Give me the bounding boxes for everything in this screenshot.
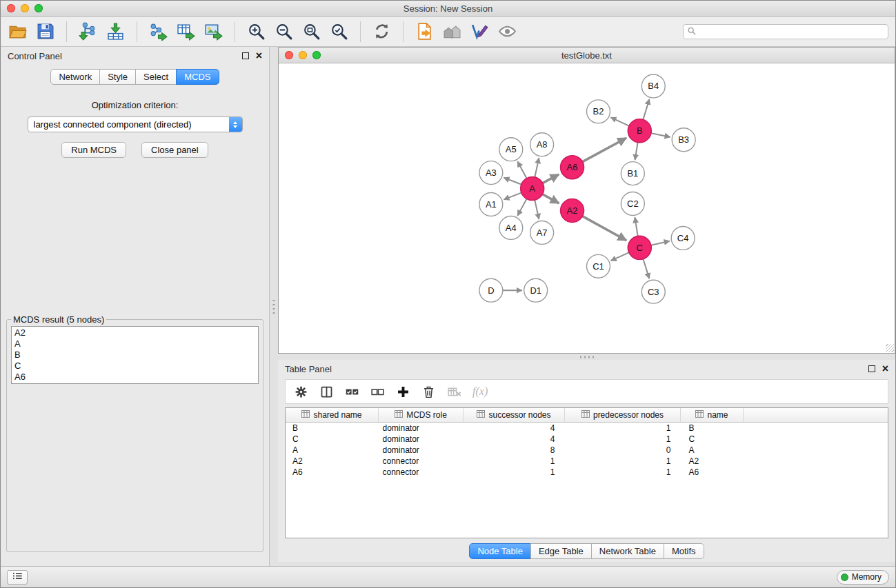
graph-node-D1[interactable]: D1 <box>524 278 548 302</box>
graph-node-C2[interactable]: C2 <box>621 192 644 216</box>
column-header-successor-nodes[interactable]: successor nodes <box>464 408 565 423</box>
graph-node-B3[interactable]: B3 <box>672 128 695 152</box>
graph-node-A[interactable]: A <box>521 177 544 201</box>
minimize-window-button[interactable] <box>21 4 29 12</box>
graph-edge-A-A8[interactable] <box>535 158 539 177</box>
graph-edge-C-C4[interactable] <box>651 241 670 245</box>
close-window-button[interactable] <box>7 4 15 12</box>
graph-node-A3[interactable]: A3 <box>479 161 503 185</box>
graph-edge-B-B4[interactable] <box>643 99 649 120</box>
graph-edge-A-A5[interactable] <box>517 161 526 178</box>
graph-node-B2[interactable]: B2 <box>587 100 610 123</box>
optimization-criterion-select[interactable]: largest connected component (directed) <box>28 116 243 132</box>
column-header-name[interactable]: name <box>681 408 744 423</box>
graph-edge-A-A3[interactable] <box>504 178 521 185</box>
run-mcds-button[interactable]: Run MCDS <box>61 142 126 158</box>
resize-grip[interactable] <box>886 344 894 352</box>
graph-node-A7[interactable]: A7 <box>530 221 554 244</box>
refresh-layout-button[interactable] <box>372 21 392 41</box>
graph-node-D[interactable]: D <box>479 278 503 302</box>
graph-node-B1[interactable]: B1 <box>621 162 644 185</box>
tab-edge-table[interactable]: Edge Table <box>530 543 592 559</box>
graph-edge-B-B2[interactable] <box>611 117 629 125</box>
search-input[interactable] <box>699 26 884 37</box>
tab-mcds[interactable]: MCDS <box>176 69 219 85</box>
close-panel-button[interactable]: Close panel <box>141 142 208 158</box>
graph-edge-A6-B[interactable] <box>583 138 626 161</box>
graph-edge-A-A2[interactable] <box>543 194 559 203</box>
graph-node-A2[interactable]: A2 <box>561 199 584 223</box>
table-row[interactable]: A6connector11A6 <box>286 467 888 478</box>
memory-button[interactable]: Memory <box>837 570 889 585</box>
task-history-button[interactable] <box>7 570 28 585</box>
graph-edge-A-A1[interactable] <box>504 193 521 200</box>
graph-edge-A-A6[interactable] <box>543 174 559 183</box>
export-table-button[interactable] <box>176 21 196 41</box>
import-network-button[interactable] <box>78 21 98 41</box>
mcds-result-item[interactable]: A2 <box>14 327 255 338</box>
node-table[interactable]: shared nameMCDS rolesuccessor nodesprede… <box>285 407 888 538</box>
graph-node-A5[interactable]: A5 <box>499 138 523 161</box>
gear-button[interactable] <box>294 385 308 399</box>
network-close-button[interactable] <box>285 51 293 59</box>
select-all-button[interactable] <box>345 385 359 399</box>
save-button[interactable] <box>35 21 55 41</box>
graph-node-B[interactable]: B <box>628 119 651 143</box>
graph-node-B4[interactable]: B4 <box>641 74 665 98</box>
graph-node-A8[interactable]: A8 <box>530 133 554 156</box>
close-table-panel-icon[interactable]: × <box>882 363 888 374</box>
columns-button[interactable] <box>319 385 334 399</box>
column-header-MCDS-role[interactable]: MCDS role <box>379 408 464 423</box>
fx-button[interactable]: f(x) <box>472 385 488 398</box>
float-table-panel-icon[interactable] <box>868 365 875 372</box>
graph-edge-C-C2[interactable] <box>635 217 637 236</box>
export-page-button[interactable] <box>415 21 435 41</box>
zoom-fit-button[interactable] <box>301 21 321 41</box>
mcds-result-item[interactable]: C <box>14 361 255 372</box>
graph-edge-A2-C[interactable] <box>582 216 626 241</box>
tab-style[interactable]: Style <box>99 69 136 85</box>
graph-edge-A-A4[interactable] <box>517 199 526 215</box>
graph-node-A4[interactable]: A4 <box>499 216 523 239</box>
mcds-result-item[interactable]: A <box>14 338 255 349</box>
graph-edge-C-C3[interactable] <box>643 259 649 279</box>
zoom-out-button[interactable] <box>274 21 294 41</box>
graph-edge-C-C1[interactable] <box>611 252 629 261</box>
column-header-predecessor-nodes[interactable]: predecessor nodes <box>565 408 681 423</box>
mcds-result-item[interactable]: A6 <box>14 372 255 383</box>
graph-node-A6[interactable]: A6 <box>561 156 584 179</box>
eye-button[interactable] <box>497 21 517 41</box>
network-view[interactable]: B4B2BB3A8A5A6A3B1AA1C2A2A4A7C4CC1C3DD1 <box>279 63 895 353</box>
graph-node-A1[interactable]: A1 <box>479 193 503 216</box>
network-zoom-button[interactable] <box>312 51 321 59</box>
close-panel-icon[interactable]: × <box>256 50 262 61</box>
open-button[interactable] <box>8 21 28 41</box>
export-network-button[interactable] <box>148 21 168 41</box>
export-image-button[interactable] <box>203 21 223 41</box>
graph-edge-A-A7[interactable] <box>535 200 539 219</box>
table-row[interactable]: A2connector11A2 <box>286 456 888 467</box>
graph-node-C4[interactable]: C4 <box>671 226 695 250</box>
network-minimize-button[interactable] <box>299 51 307 59</box>
mcds-result-item[interactable]: B <box>14 349 255 361</box>
tab-motifs[interactable]: Motifs <box>664 543 704 559</box>
table-row[interactable]: Adominator80A <box>286 445 888 456</box>
import-table-button[interactable] <box>106 21 126 41</box>
delete-button[interactable] <box>421 385 436 399</box>
tab-network-table[interactable]: Network Table <box>591 543 664 559</box>
table-splitter[interactable] <box>278 354 895 360</box>
tab-node-table[interactable]: Node Table <box>469 543 531 559</box>
clear-table-button[interactable] <box>447 385 461 399</box>
add-button[interactable] <box>396 385 410 399</box>
network-graph[interactable]: B4B2BB3A8A5A6A3B1AA1C2A2A4A7C4CC1C3DD1 <box>279 63 895 353</box>
table-row[interactable]: Bdominator41B <box>286 423 888 434</box>
zoom-in-button[interactable] <box>246 21 266 41</box>
column-header-shared-name[interactable]: shared name <box>286 408 379 423</box>
zoom-window-button[interactable] <box>34 4 43 12</box>
tab-select[interactable]: Select <box>135 69 177 85</box>
graph-node-C[interactable]: C <box>628 236 651 259</box>
mcds-result-list[interactable]: A2ABCA6 <box>11 326 259 384</box>
style-edit-button[interactable] <box>470 21 490 41</box>
deselect-all-button[interactable] <box>370 385 385 399</box>
search-box[interactable] <box>683 24 888 39</box>
